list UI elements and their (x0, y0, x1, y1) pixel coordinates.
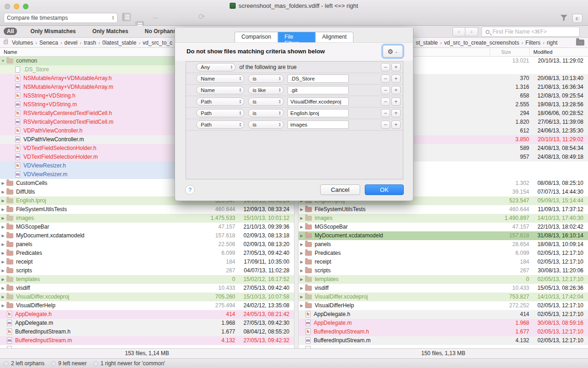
combinator-select[interactable]: Any ▲▼ (196, 63, 236, 71)
file-row[interactable]: ▶images1.490.89714/10/13, 17:40:30 (299, 214, 588, 223)
file-row[interactable]: ▶VisualDiffer.xcodeproj753.82714/10/13, … (299, 293, 588, 301)
scope-filter-only-matches[interactable]: Only Matches (89, 28, 131, 35)
filter-funnel-icon[interactable] (560, 14, 568, 23)
disclosure-triangle-icon[interactable]: ▶ (299, 258, 305, 266)
disclosure-triangle-icon[interactable]: ▶ (0, 179, 6, 188)
disclosure-triangle-icon[interactable]: ▶ (0, 284, 6, 293)
rule-field-select[interactable]: Path▲▼ (196, 109, 244, 117)
reveal-folder-icon[interactable]: … (576, 40, 584, 46)
rule-value-input[interactable]: VisualDiffer.xcodeproj (288, 98, 349, 106)
scope-filter-only-mismatches[interactable]: Only Mismatches (27, 28, 79, 35)
file-row[interactable]: ▶images1.475.53315/10/13, 10:01:12 (0, 214, 294, 223)
rule-operator-select[interactable]: is▲▼ (248, 109, 284, 117)
breadcrumb-item[interactable]: devel (64, 40, 78, 46)
disclosure-triangle-icon[interactable]: ▶ (0, 266, 6, 275)
breadcrumb-item[interactable]: Filters (526, 40, 541, 46)
file-row[interactable]: ▶MGScopeBar47.15722/10/13, 18:02:42 (299, 223, 588, 231)
add-rule-button[interactable]: + (391, 86, 401, 94)
rule-value-input[interactable]: .DS_Store (288, 75, 349, 83)
rule-value-input[interactable]: images (288, 121, 349, 129)
add-rule-button[interactable]: + (391, 109, 401, 117)
rule-operator-select[interactable]: is like▲▼ (248, 86, 284, 94)
remove-rule-button[interactable]: − (381, 86, 390, 94)
forward-button[interactable]: › (465, 27, 478, 36)
copy-arrow-icon[interactable]: → (151, 13, 159, 21)
file-row[interactable]: ▶Predicates6.09902/05/13, 12:17:10 (299, 249, 588, 258)
disclosure-triangle-icon[interactable]: ▶ (0, 223, 6, 231)
file-row[interactable]: mAppDelegate.m1.96830/08/13, 08:59:16 (299, 319, 588, 328)
file-row[interactable]: hBufferedInputStream.h1.67702/05/13, 12:… (299, 328, 588, 336)
breadcrumb-item[interactable]: st_stable (416, 40, 438, 46)
back-button[interactable]: ‹ (452, 27, 465, 36)
disclosure-triangle-icon[interactable]: ▶ (0, 214, 6, 223)
file-row[interactable]: mBufferedInputStream.m4.13227/05/13, 09:… (0, 336, 294, 345)
breadcrumb-item[interactable]: 0latest_stable (102, 40, 136, 46)
disclosure-triangle-icon[interactable]: ▶ (299, 205, 305, 214)
disclosure-triangle-icon[interactable]: ▶ (299, 231, 305, 240)
disclosure-triangle-icon[interactable]: ▶ (0, 249, 6, 258)
scope-filter-no-orphans[interactable]: No Orphans (141, 28, 180, 35)
disclosure-triangle-icon[interactable]: ▶ (0, 196, 6, 205)
file-row[interactable]: ▶receipt18402/05/13, 12:17:10 (299, 258, 588, 266)
file-row[interactable]: ▶panels22.50602/09/13, 08:13:20 (0, 240, 294, 249)
rule-operator-select[interactable]: is▲▼ (248, 98, 284, 106)
remove-rule-button[interactable]: − (381, 109, 390, 117)
scope-filter-all[interactable]: All (4, 28, 17, 35)
file-row[interactable]: ▶panels28.65418/08/13, 10:09:14 (299, 240, 588, 249)
file-row[interactable] (299, 345, 588, 348)
remove-rule-button[interactable]: − (381, 121, 390, 129)
disclosure-triangle-icon[interactable]: ▶ (299, 275, 305, 284)
disclosure-triangle-icon[interactable]: ▶ (299, 214, 305, 223)
add-rule-button[interactable]: + (391, 75, 401, 83)
rule-operator-select[interactable]: is▲▼ (248, 121, 284, 129)
add-rule-button[interactable]: + (391, 63, 401, 71)
remove-rule-button[interactable]: − (381, 98, 390, 106)
remove-rule-button[interactable]: − (381, 63, 390, 71)
remove-rule-button[interactable]: − (381, 75, 390, 83)
disclosure-triangle-icon[interactable]: ▶ (0, 258, 6, 266)
file-row[interactable]: ▶VisualDiffer.xcodeproj705.26015/10/13, … (0, 293, 294, 301)
rule-field-select[interactable]: Name▲▼ (196, 86, 244, 94)
file-row[interactable] (0, 345, 294, 348)
breadcrumb-item[interactable]: trash (84, 40, 96, 46)
rule-value-input[interactable]: English.lproj (288, 109, 349, 117)
disclosure-triangle-icon[interactable]: ▶ (0, 231, 6, 240)
file-row[interactable]: ▶MyDocument.xcdatamodeld157.61831/08/13,… (299, 231, 588, 240)
compare-mode-select[interactable]: Compare file timestamps ▲▼ (4, 13, 118, 23)
disclosure-triangle-icon[interactable]: ▶ (299, 240, 305, 249)
show-left-pane-icon[interactable] (122, 13, 131, 21)
file-row[interactable]: ▶Predicates6.09927/05/13, 09:42:40 (0, 249, 294, 258)
file-row[interactable]: ▶templates015/02/12, 16:17:52 (0, 275, 294, 284)
file-row[interactable]: ▶scripts26704/07/13, 11:02:28 (0, 266, 294, 275)
file-row[interactable]: ▶VisualDifferHelp275.49424/02/12, 13:35:… (0, 301, 294, 310)
breadcrumb-item[interactable]: right (547, 40, 557, 46)
disclosure-triangle-icon[interactable]: ▼ (0, 57, 6, 65)
gear-menu-button[interactable]: ⚙ ⌄ (383, 45, 403, 58)
disclosure-triangle-icon[interactable]: ▶ (0, 240, 6, 249)
rule-value-input[interactable]: .git (288, 86, 349, 94)
breadcrumb-item[interactable]: Seneca (40, 40, 58, 46)
file-row[interactable]: hAppDelegate.h41424/05/13, 08:21:42 (0, 310, 294, 319)
file-row[interactable]: hBufferedInputStream.h1.67708/04/12, 08:… (0, 328, 294, 336)
file-row[interactable]: ▶VisualDifferHelp272.25202/05/13, 12:17:… (299, 301, 588, 310)
file-row[interactable]: ▶MyDocument.xcdatamodeld157.61802/09/13,… (0, 231, 294, 240)
filter-toggle-button[interactable]: ◧ (572, 14, 582, 23)
file-row[interactable]: mAppDelegate.m1.96827/05/13, 09:42:30 (0, 319, 294, 328)
refresh-icon[interactable]: ⟳ (198, 13, 205, 21)
disclosure-triangle-icon[interactable]: ▶ (299, 266, 305, 275)
add-rule-button[interactable]: + (391, 98, 401, 106)
file-row[interactable]: ▶MGScopeBar47.15721/10/13, 09:39:36 (0, 223, 294, 231)
column-header-modified[interactable]: Modified (529, 48, 583, 57)
file-row[interactable]: ▶visdiff10.43315/05/13, 08:26:36 (299, 284, 588, 293)
disclosure-triangle-icon[interactable]: ▶ (0, 275, 6, 284)
rule-field-select[interactable]: Path▲▼ (196, 121, 244, 129)
disclosure-triangle-icon[interactable]: ▶ (299, 249, 305, 258)
file-row[interactable]: ▶templates002/05/13, 12:17:10 (299, 275, 588, 284)
add-rule-button[interactable]: + (391, 121, 401, 129)
disclosure-triangle-icon[interactable]: ▶ (0, 205, 6, 214)
disclosure-triangle-icon[interactable]: ▶ (299, 223, 305, 231)
column-header-name[interactable]: Name (0, 48, 200, 57)
cancel-button[interactable]: Cancel (320, 184, 360, 195)
disclosure-triangle-icon[interactable]: ▶ (0, 293, 6, 301)
disclosure-triangle-icon[interactable]: ▶ (299, 293, 305, 301)
